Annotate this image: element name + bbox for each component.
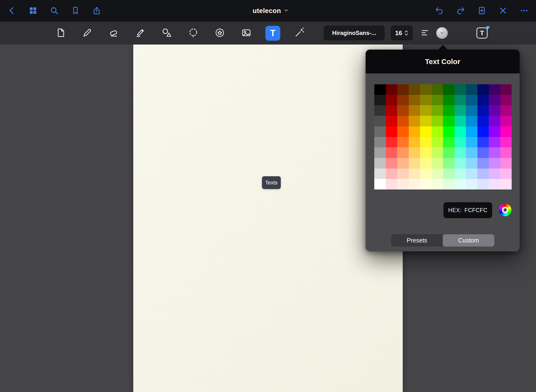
color-swatch[interactable] [500, 158, 512, 169]
color-swatch[interactable] [500, 95, 512, 105]
color-swatch[interactable] [397, 179, 409, 189]
color-swatch[interactable] [466, 95, 477, 105]
color-swatch[interactable] [432, 147, 443, 158]
color-swatch[interactable] [374, 169, 386, 179]
color-swatch[interactable] [420, 169, 432, 179]
color-swatch[interactable] [466, 147, 477, 158]
font-size-stepper[interactable]: 16 [391, 26, 413, 40]
tool-text-button[interactable]: T [265, 26, 280, 41]
color-swatch[interactable] [455, 116, 466, 126]
color-swatch[interactable] [397, 169, 409, 179]
color-swatch[interactable] [432, 84, 443, 95]
color-swatch[interactable] [420, 126, 432, 137]
color-swatch[interactable] [432, 105, 443, 116]
color-swatch[interactable] [409, 147, 420, 158]
color-swatch[interactable] [477, 126, 489, 137]
color-swatch[interactable] [466, 169, 477, 179]
text-style-favorite-button[interactable]: T ♥ [475, 26, 489, 40]
color-swatch[interactable] [420, 116, 432, 126]
page-thumbnails-button[interactable] [26, 4, 40, 18]
color-swatch[interactable] [500, 105, 512, 116]
color-swatch[interactable] [455, 84, 466, 95]
color-swatch[interactable] [397, 116, 409, 126]
color-swatch[interactable] [386, 137, 397, 148]
color-swatch[interactable] [432, 95, 443, 105]
bookmark-button[interactable] [68, 4, 82, 18]
color-swatch[interactable] [455, 126, 466, 137]
color-swatch[interactable] [409, 84, 420, 95]
color-swatch[interactable] [432, 179, 443, 189]
color-swatch[interactable] [374, 126, 386, 137]
back-button[interactable] [5, 4, 19, 18]
color-swatch[interactable] [397, 126, 409, 137]
tool-shapes-button[interactable] [159, 26, 174, 41]
color-swatch[interactable] [477, 137, 489, 148]
color-swatch[interactable] [443, 95, 455, 105]
color-swatch[interactable] [477, 116, 489, 126]
color-swatch[interactable] [500, 116, 512, 126]
add-page-button[interactable] [475, 4, 489, 18]
color-swatch[interactable] [489, 84, 500, 95]
color-swatch[interactable] [466, 158, 477, 169]
color-swatch[interactable] [489, 126, 500, 137]
color-swatch[interactable] [374, 105, 386, 116]
share-button[interactable] [90, 4, 104, 18]
color-swatch[interactable] [455, 147, 466, 158]
color-swatch[interactable] [420, 95, 432, 105]
color-swatch[interactable] [374, 179, 386, 189]
exit-edit-mode-button[interactable] [496, 4, 510, 18]
color-swatch[interactable] [397, 95, 409, 105]
color-swatch[interactable] [477, 84, 489, 95]
text-alignment-button[interactable] [418, 26, 432, 40]
font-family-button[interactable]: HiraginoSans-... [324, 26, 385, 40]
color-swatch[interactable] [409, 158, 420, 169]
text-color-button[interactable] [436, 27, 448, 39]
color-swatch[interactable] [489, 116, 500, 126]
color-swatch[interactable] [500, 137, 512, 148]
color-swatch[interactable] [489, 137, 500, 148]
color-swatch[interactable] [443, 169, 455, 179]
color-swatch[interactable] [420, 179, 432, 189]
color-swatch[interactable] [477, 158, 489, 169]
color-swatch[interactable] [386, 95, 397, 105]
color-swatch[interactable] [466, 84, 477, 95]
undo-button[interactable] [432, 4, 446, 18]
color-swatch[interactable] [386, 84, 397, 95]
color-swatch[interactable] [420, 84, 432, 95]
color-swatch[interactable] [466, 179, 477, 189]
tool-image-button[interactable] [239, 26, 254, 41]
color-swatch[interactable] [477, 169, 489, 179]
color-swatch[interactable] [455, 105, 466, 116]
color-swatch[interactable] [443, 84, 455, 95]
color-swatch[interactable] [374, 147, 386, 158]
notebook-page[interactable]: Texts [133, 45, 403, 392]
color-swatch[interactable] [432, 169, 443, 179]
color-swatch[interactable] [443, 158, 455, 169]
color-swatch[interactable] [432, 126, 443, 137]
color-swatch[interactable] [397, 84, 409, 95]
color-swatch[interactable] [386, 126, 397, 137]
color-swatch[interactable] [466, 105, 477, 116]
color-swatch[interactable] [409, 95, 420, 105]
tool-highlighter-button[interactable] [133, 26, 148, 41]
color-swatch[interactable] [386, 179, 397, 189]
color-swatch[interactable] [409, 137, 420, 148]
color-swatch[interactable] [432, 158, 443, 169]
color-swatch[interactable] [500, 84, 512, 95]
color-swatch[interactable] [409, 179, 420, 189]
color-swatch[interactable] [443, 126, 455, 137]
color-swatch[interactable] [409, 105, 420, 116]
color-swatch[interactable] [397, 147, 409, 158]
document-title-menu[interactable]: utelecon [253, 0, 289, 22]
color-swatch[interactable] [455, 179, 466, 189]
color-swatch[interactable] [489, 95, 500, 105]
color-swatch[interactable] [500, 126, 512, 137]
color-swatch[interactable] [386, 116, 397, 126]
color-swatch[interactable] [420, 158, 432, 169]
color-swatch[interactable] [443, 137, 455, 148]
color-swatch[interactable] [466, 126, 477, 137]
color-swatch[interactable] [443, 105, 455, 116]
tool-eraser-button[interactable] [106, 26, 121, 41]
color-swatch[interactable] [489, 158, 500, 169]
color-swatch[interactable] [409, 126, 420, 137]
